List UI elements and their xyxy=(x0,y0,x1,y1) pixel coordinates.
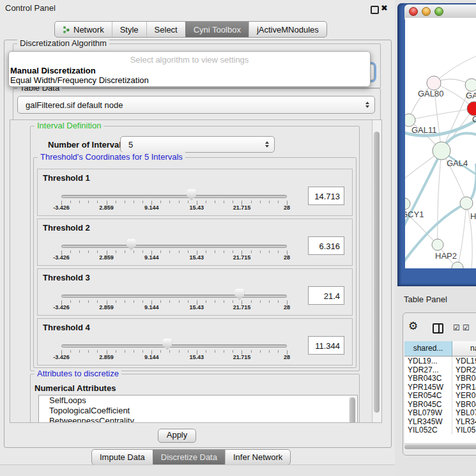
slider-tick-icon xyxy=(79,350,80,353)
threshold-value-field[interactable]: 14.713 xyxy=(308,187,344,205)
slider-tick-icon xyxy=(70,350,71,353)
slider-tick-icon xyxy=(278,350,279,353)
network-node[interactable] xyxy=(405,114,415,127)
table-row[interactable]: YPR145WYPR14 xyxy=(404,383,476,392)
slider-tick-icon xyxy=(188,250,188,253)
slider-track[interactable] xyxy=(61,295,287,298)
list-scrollbar-thumb[interactable] xyxy=(349,397,355,423)
number-of-intervals-value: 5 xyxy=(128,140,133,150)
threshold-panel: Threshold 4-3.4262.8599.14415.4321.71528… xyxy=(37,318,353,365)
vertical-scrollbar-thumb[interactable] xyxy=(374,132,380,413)
slider-tick-icon xyxy=(233,350,233,353)
list-item[interactable]: TopologicalCoefficient xyxy=(39,406,357,416)
slider-tick-icon xyxy=(79,201,80,203)
table-cell: YLR345W xyxy=(404,417,452,426)
slider-thumb[interactable] xyxy=(187,189,196,201)
threshold-label: Threshold 3 xyxy=(43,273,90,282)
network-node[interactable] xyxy=(405,198,410,210)
list-item[interactable]: SelfLoops xyxy=(39,395,357,406)
table-row[interactable]: YIL052CYIL05 xyxy=(404,426,476,434)
network-node[interactable] xyxy=(432,239,443,250)
table-row[interactable]: YBR043CYBR04 xyxy=(404,374,476,383)
slider-tick-icon xyxy=(70,201,71,203)
tab-label: Impute Data xyxy=(100,452,145,462)
slider-thumb[interactable] xyxy=(127,239,136,250)
column-header-shared-name[interactable]: shared... xyxy=(404,341,452,356)
tab-style[interactable]: Style xyxy=(112,22,146,37)
threshold-panel: Threshold 3-3.4262.8599.14415.4321.71528… xyxy=(37,268,353,316)
node-label: C xyxy=(472,114,476,124)
slider-tick-icon xyxy=(206,300,206,303)
horizontal-scrollbar[interactable] xyxy=(404,443,476,450)
slider-tick-icon xyxy=(134,300,134,303)
table-row[interactable]: YER054CYER05 xyxy=(404,391,476,400)
column-header-name[interactable]: na xyxy=(452,341,476,356)
table-cell: YBR045C xyxy=(404,400,452,409)
tab-impute-data[interactable]: Impute Data xyxy=(92,450,153,464)
tab-jactivemnodules[interactable]: jActiveMNodules xyxy=(249,22,326,37)
table-row[interactable]: YDR27...YDR27 xyxy=(404,365,476,374)
algorithm-option[interactable]: Manual Discretization xyxy=(10,66,369,75)
tab-infer-network[interactable]: Infer Network xyxy=(225,450,290,464)
slider-tick-icon xyxy=(160,350,161,353)
network-edge xyxy=(409,109,474,120)
table-row[interactable]: YBR045CYBR04 xyxy=(404,400,476,409)
slider-tick-icon xyxy=(142,250,143,253)
network-node[interactable] xyxy=(427,76,441,90)
threshold-value-field[interactable]: 11.344 xyxy=(308,336,344,355)
minimize-traffic-light-icon[interactable] xyxy=(422,7,431,16)
network-node[interactable] xyxy=(452,262,463,268)
slider-tick-icon xyxy=(260,300,261,303)
network-view-window[interactable]: GAL80GACGAL11GAL4GCY1HHAP2 xyxy=(397,3,476,286)
horizontal-scrollbar-thumb[interactable] xyxy=(404,445,476,449)
tab-label: Discretize Data xyxy=(161,452,217,462)
table-row[interactable]: YDL19...YDL19 xyxy=(404,357,476,365)
close-icon[interactable]: ✖ xyxy=(381,3,388,13)
slider-tick-icon xyxy=(188,201,188,203)
node-table: shared... na YDL19...YDL19YDR27...YDR27Y… xyxy=(404,341,476,443)
zoom-traffic-light-icon[interactable] xyxy=(434,7,443,16)
node-label: GAL11 xyxy=(411,125,437,135)
slider-thumb[interactable] xyxy=(234,289,244,300)
network-canvas[interactable]: GAL80GACGAL11GAL4GCY1HHAP2 xyxy=(405,18,476,268)
checkbox-icon[interactable]: ☑ xyxy=(453,323,460,332)
list-item[interactable]: BetweennessCentrality xyxy=(39,416,357,423)
apply-button[interactable]: Apply xyxy=(158,429,196,443)
number-of-intervals-select[interactable]: 5 xyxy=(120,136,275,153)
thresholds-group: Threshold's Coordinates for 5 Intervals … xyxy=(33,157,357,368)
numerical-attributes-list[interactable]: SelfLoopsTopologicalCoefficientBetweenne… xyxy=(38,395,358,423)
numerical-attributes-label: Numerical Attributes xyxy=(35,383,116,393)
gear-icon[interactable]: ⚙ xyxy=(408,321,418,332)
slider-tick-icon xyxy=(278,300,279,303)
table-cell: YBR04 xyxy=(452,400,476,409)
slider-tick-icon xyxy=(125,350,125,353)
vertical-scrollbar[interactable] xyxy=(372,120,381,422)
tab-discretize-data[interactable]: Discretize Data xyxy=(153,450,225,464)
close-traffic-light-icon[interactable] xyxy=(409,7,418,16)
slider-tick-icon xyxy=(179,300,180,303)
network-node[interactable] xyxy=(460,197,473,210)
tab-select[interactable]: Select xyxy=(146,22,185,37)
network-node[interactable] xyxy=(433,142,450,160)
algorithm-option[interactable]: Equal Width/Frequency Discretization xyxy=(10,75,369,85)
slider-track[interactable] xyxy=(61,245,287,248)
tab-network[interactable]: Network xyxy=(55,22,112,37)
split-column-icon[interactable] xyxy=(433,323,443,334)
network-node[interactable] xyxy=(465,79,476,91)
table-cell: YDR27 xyxy=(452,365,476,374)
slider-track[interactable] xyxy=(61,344,287,348)
table-row[interactable]: YBL079WYBL07 xyxy=(404,408,476,417)
threshold-value-field[interactable]: 6.316 xyxy=(308,236,344,255)
slider-tick-icon xyxy=(97,250,98,253)
threshold-value-field[interactable]: 21.4 xyxy=(308,286,344,305)
slider-thumb[interactable] xyxy=(162,339,172,350)
float-window-icon[interactable] xyxy=(371,6,379,14)
list-scrollbar[interactable] xyxy=(349,396,357,423)
table-data-select[interactable]: galFiltered.sif default node xyxy=(17,96,375,114)
table-row[interactable]: YLR345WYLR34 xyxy=(404,417,476,426)
slider-tick-icon xyxy=(179,201,180,203)
tab-cyni-toolbox[interactable]: Cyni Toolbox xyxy=(185,22,249,37)
slider-tick-icon xyxy=(269,350,270,353)
checkbox-icon[interactable]: ☑ xyxy=(463,323,470,332)
slider-track[interactable] xyxy=(61,195,287,198)
